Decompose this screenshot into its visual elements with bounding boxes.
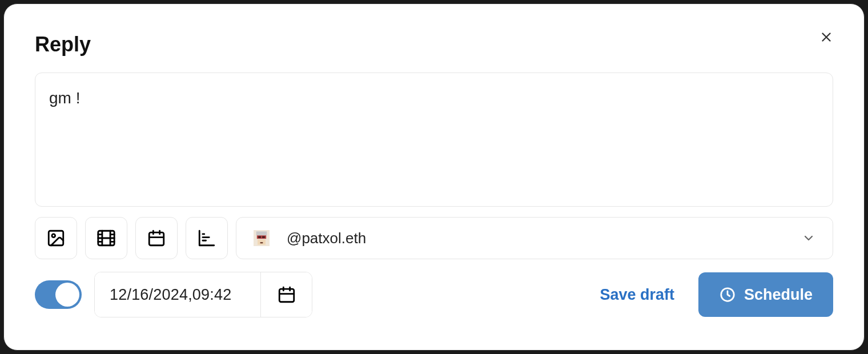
svg-rect-10 [260,242,263,243]
svg-rect-5 [256,231,267,235]
svg-point-1 [52,234,55,238]
calendar-icon [277,285,296,304]
schedule-button-label: Schedule [744,286,813,304]
film-icon [97,228,116,248]
toggle-knob [55,283,79,307]
svg-rect-8 [262,236,265,239]
schedule-date-button[interactable] [135,217,178,259]
image-icon [46,228,66,248]
close-icon [819,30,834,45]
schedule-button[interactable]: Schedule [698,272,833,317]
bottom-row: Save draft Schedule [35,272,833,317]
svg-rect-3 [149,232,164,246]
calendar-icon [147,228,166,248]
svg-rect-11 [279,289,294,302]
account-selector[interactable]: @patxol.eth [236,217,833,259]
modal-title: Reply [35,33,833,57]
svg-rect-7 [258,236,261,239]
datetime-group [94,272,312,317]
add-poll-button[interactable] [186,217,228,259]
clock-icon [719,286,736,303]
account-avatar [254,230,270,246]
close-button[interactable] [815,26,838,49]
reply-textarea[interactable] [35,73,833,207]
chevron-down-icon [802,231,815,245]
save-draft-button[interactable]: Save draft [600,286,674,304]
add-video-button[interactable] [85,217,127,259]
bar-chart-icon [197,228,216,248]
datetime-input[interactable] [95,272,260,317]
reply-modal: Reply [3,3,865,351]
datetime-picker-button[interactable] [260,272,312,317]
schedule-toggle[interactable] [35,280,82,309]
account-handle: @patxol.eth [287,230,366,247]
add-image-button[interactable] [35,217,77,259]
compose-toolbar: @patxol.eth [35,217,833,259]
